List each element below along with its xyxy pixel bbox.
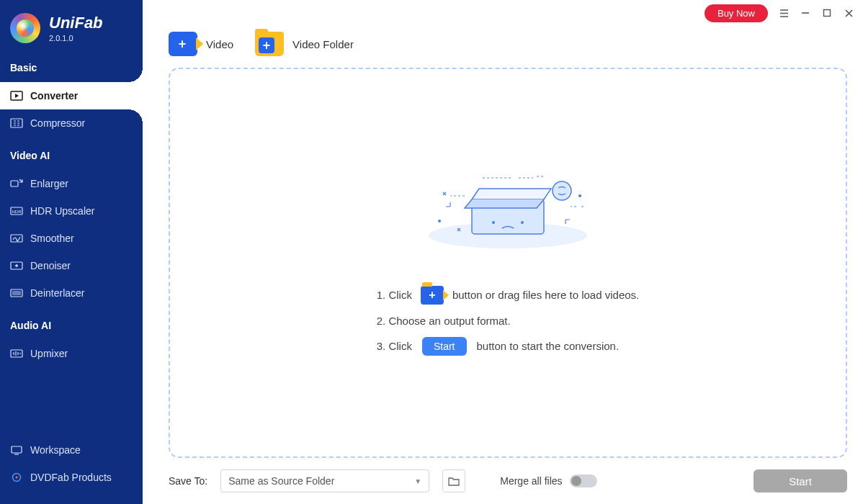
instructions: 1. Click + button or drag files here to … <box>377 286 640 356</box>
svg-point-16 <box>521 221 524 224</box>
sidebar-item-workspace[interactable]: Workspace <box>0 436 143 464</box>
save-to-value: Same as Source Folder <box>228 475 334 487</box>
save-to-select[interactable]: Same as Source Folder ▼ <box>220 469 429 492</box>
compressor-icon <box>10 118 23 128</box>
add-folder-button[interactable]: + Video Folder <box>255 32 354 56</box>
maximize-icon[interactable] <box>821 7 833 19</box>
svg-point-11 <box>16 477 18 479</box>
section-audio-ai: Audio AI <box>0 307 143 340</box>
nav-label: Upmixer <box>30 348 68 359</box>
svg-point-15 <box>492 221 495 224</box>
brand-logo-icon <box>10 13 40 43</box>
sidebar-item-denoiser[interactable]: Denoiser <box>0 252 143 279</box>
section-basic: Basic <box>0 49 143 82</box>
instruction-1: 1. Click + button or drag files here to … <box>377 286 640 305</box>
footer-bar: Save To: Same as Source Folder ▼ Merge a… <box>143 458 863 504</box>
brand-version: 2.0.1.0 <box>49 34 103 42</box>
nav-label: Workspace <box>30 444 81 456</box>
svg-point-18 <box>438 220 441 222</box>
merge-control: Merge all files <box>500 474 596 487</box>
brand-name: UniFab <box>49 14 103 32</box>
workspace-icon <box>10 445 23 455</box>
sidebar-item-compressor[interactable]: Compressor <box>0 109 143 137</box>
tool-label: Video <box>206 38 233 50</box>
sidebar-item-enlarger[interactable]: Enlarger <box>0 170 143 197</box>
video-plus-icon: + <box>169 32 197 56</box>
main-area: Buy Now + Video + Video Folder <box>143 0 863 504</box>
merge-toggle[interactable] <box>570 474 597 487</box>
buy-now-button[interactable]: Buy Now <box>705 4 768 22</box>
svg-rect-9 <box>12 446 22 453</box>
denoiser-icon <box>10 261 23 271</box>
nav-label: Denoiser <box>30 260 71 271</box>
close-icon[interactable] <box>843 7 854 19</box>
svg-rect-2 <box>11 181 18 186</box>
folder-plus-icon: + <box>255 32 284 56</box>
converter-icon <box>10 91 23 101</box>
brand-block: UniFab 2.0.1.0 <box>0 0 143 49</box>
sidebar-item-smoother[interactable]: Smoother <box>0 225 143 252</box>
start-button[interactable]: Start <box>754 469 847 492</box>
mini-add-icon: + <box>421 286 444 305</box>
instruction-3: 3. Click Start button to start the conve… <box>377 337 640 356</box>
svg-point-19 <box>578 194 581 197</box>
sidebar: UniFab 2.0.1.0 Basic Converter Compresso… <box>0 0 143 504</box>
nav-label: Deinterlacer <box>30 287 84 299</box>
sidebar-item-hdr-upscaler[interactable]: HDR HDR Upscaler <box>0 197 143 225</box>
mini-start-button: Start <box>422 337 467 356</box>
browse-folder-button[interactable] <box>442 469 465 492</box>
svg-point-17 <box>553 181 571 200</box>
nav-label: Enlarger <box>30 178 68 189</box>
dvdfab-icon <box>10 472 23 482</box>
nav-label: Compressor <box>30 117 85 129</box>
sidebar-item-upmixer[interactable]: Upmixer <box>0 340 143 367</box>
merge-label: Merge all files <box>500 475 562 487</box>
sidebar-item-dvdfab[interactable]: DVDFab Products <box>0 464 143 491</box>
svg-rect-12 <box>824 10 831 17</box>
section-video-ai: Video AI <box>0 137 143 170</box>
save-to-label: Save To: <box>169 475 207 487</box>
nav-label: HDR Upscaler <box>30 205 94 217</box>
hdr-icon: HDR <box>10 206 23 216</box>
sidebar-item-converter[interactable]: Converter <box>0 82 143 109</box>
empty-illustration <box>414 156 602 264</box>
titlebar: Buy Now <box>143 0 863 23</box>
add-video-button[interactable]: + Video <box>169 32 233 56</box>
nav-label: Converter <box>30 90 78 102</box>
drop-area[interactable]: 1. Click + button or drag files here to … <box>169 68 847 458</box>
svg-rect-1 <box>11 119 22 127</box>
smoother-icon <box>10 233 23 243</box>
enlarger-icon <box>10 179 23 189</box>
tool-label: Video Folder <box>292 38 354 50</box>
chevron-down-icon: ▼ <box>414 477 421 485</box>
deinterlacer-icon <box>10 288 23 298</box>
svg-text:HDR: HDR <box>12 210 22 214</box>
sidebar-item-deinterlacer[interactable]: Deinterlacer <box>0 279 143 307</box>
instruction-2: 2. Choose an output format. <box>377 315 640 327</box>
minimize-icon[interactable] <box>800 7 811 19</box>
menu-icon[interactable] <box>778 7 790 19</box>
nav-label: Smoother <box>30 233 74 244</box>
toolbar: + Video + Video Folder <box>143 23 863 63</box>
nav-label: DVDFab Products <box>30 472 112 483</box>
upmixer-icon <box>10 348 23 359</box>
